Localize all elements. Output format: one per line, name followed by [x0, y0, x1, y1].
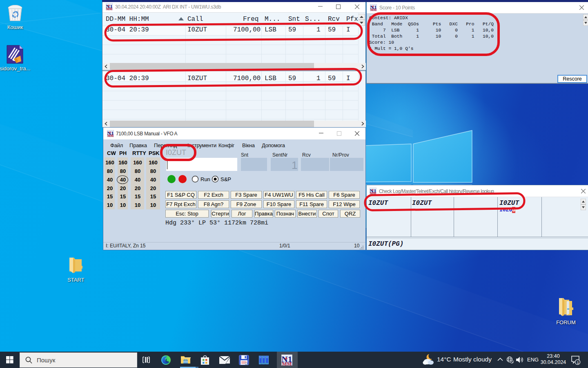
svg-text:1: 1 — [577, 361, 579, 365]
